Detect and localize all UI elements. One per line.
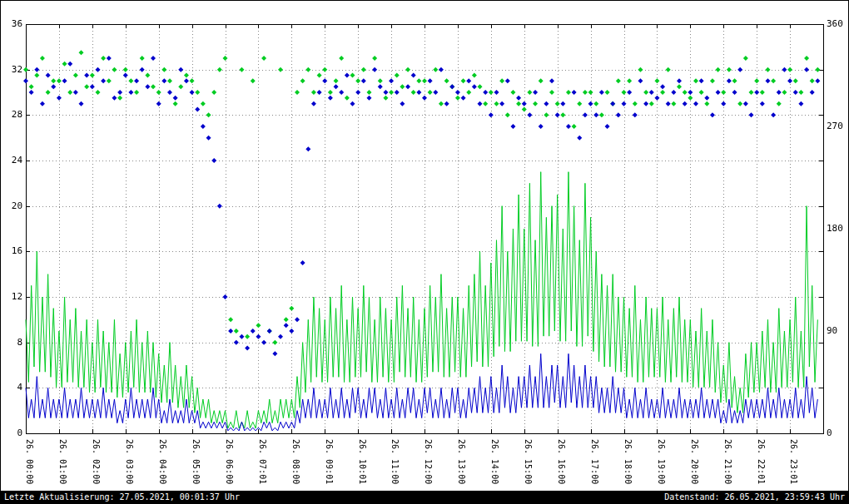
wind-chart-canvas xyxy=(1,1,848,503)
footer-last-update: Letzte Aktualisierung: 27.05.2021, 00:01… xyxy=(4,491,240,503)
footer-bar: Letzte Aktualisierung: 27.05.2021, 00:01… xyxy=(1,491,848,503)
wind-chart-page: Windstarke/Boenstarke und Windrichtung/B… xyxy=(0,0,849,504)
footer-data-timestamp: Datenstand: 26.05.2021, 23:59:43 Uhr xyxy=(664,491,845,503)
